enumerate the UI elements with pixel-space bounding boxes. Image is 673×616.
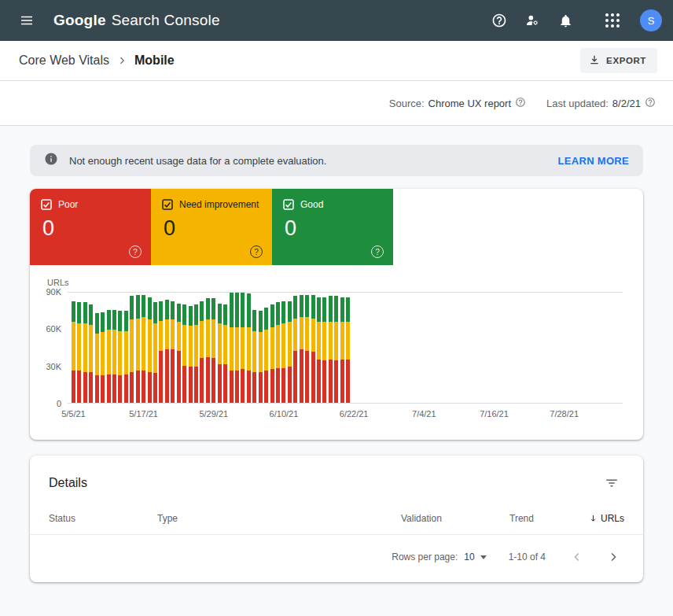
filter-icon[interactable] — [599, 470, 624, 496]
chart-bar[interactable] — [107, 310, 111, 403]
apps-grid-icon[interactable] — [598, 6, 627, 35]
last-updated-label: Last updated: — [546, 98, 609, 109]
chart-bar[interactable] — [334, 296, 338, 403]
source-label: Source: — [389, 98, 425, 109]
help-icon[interactable]: ? — [129, 245, 142, 258]
chart-bar[interactable] — [230, 293, 234, 403]
chart-bar[interactable] — [112, 310, 116, 403]
pagination-range: 1-10 of 4 — [509, 551, 546, 563]
notifications-bell-icon[interactable] — [550, 6, 580, 35]
report-meta: Source: Chrome UX report Last updated: 8… — [0, 81, 673, 126]
cwv-chart-card: Poor 0 ? Need improvement 0 ? Good 0 ? U… — [30, 189, 643, 440]
help-icon[interactable]: ? — [250, 245, 263, 258]
chart-bar[interactable] — [101, 312, 105, 403]
chart-bar[interactable] — [293, 296, 297, 403]
chart-bar[interactable] — [148, 297, 152, 403]
chart-bar[interactable] — [252, 310, 256, 403]
previous-page-icon[interactable] — [568, 548, 587, 566]
chart-bar[interactable] — [259, 311, 263, 403]
chart-bar[interactable] — [95, 313, 99, 403]
help-icon[interactable]: ? — [371, 245, 384, 258]
help-icon[interactable] — [515, 97, 526, 110]
chevron-right-icon — [117, 56, 127, 65]
y-axis-title: URLs — [47, 278, 623, 287]
page-title: Mobile — [134, 53, 175, 68]
chart-bar[interactable] — [165, 300, 169, 403]
column-validation[interactable]: Validation — [401, 513, 509, 524]
details-title: Details — [49, 476, 87, 490]
urls-trend-chart: URLs 030K60K90K 5/5/215/17/215/29/216/10… — [30, 265, 643, 440]
help-icon[interactable] — [645, 97, 656, 110]
chart-bar[interactable] — [276, 302, 280, 403]
chart-bar[interactable] — [305, 295, 309, 403]
info-icon — [44, 152, 58, 169]
x-axis-ticks: 5/5/215/17/215/29/216/10/216/22/217/4/21… — [68, 404, 623, 419]
chart-bar[interactable] — [211, 298, 215, 403]
chart-bar[interactable] — [72, 301, 75, 403]
sort-descending-icon — [588, 514, 598, 524]
chart-bar[interactable] — [264, 308, 268, 403]
chart-bar[interactable] — [223, 304, 227, 403]
chart-bar[interactable] — [142, 295, 145, 403]
chart-bar[interactable] — [177, 304, 181, 403]
chart-bar[interactable] — [77, 302, 81, 403]
chart-bar[interactable] — [130, 296, 134, 403]
checkbox-checked-icon — [41, 199, 52, 210]
caret-down-icon — [480, 555, 487, 559]
chart-bar[interactable] — [311, 295, 315, 403]
chart-bar[interactable] — [340, 297, 344, 403]
tile-need-improvement[interactable]: Need improvement 0 ? — [151, 189, 272, 265]
chart-bar[interactable] — [247, 293, 251, 403]
column-type[interactable]: Type — [157, 513, 401, 524]
chart-bar[interactable] — [89, 304, 93, 403]
chart-bar[interactable] — [317, 297, 321, 403]
chart-bar[interactable] — [281, 301, 285, 403]
export-button[interactable]: EXPORT — [580, 48, 657, 73]
chart-bar[interactable] — [300, 295, 303, 403]
chart-bar[interactable] — [194, 304, 198, 403]
checkbox-checked-icon — [283, 199, 294, 210]
chart-bar[interactable] — [83, 302, 87, 403]
app-logo[interactable]: Google Search Console — [53, 12, 220, 29]
chart-bar[interactable] — [124, 311, 128, 403]
chart-bar[interactable] — [288, 301, 292, 403]
chart-bar[interactable] — [346, 297, 350, 403]
chart-bar[interactable] — [159, 301, 163, 403]
chart-bar[interactable] — [322, 297, 326, 403]
tile-poor[interactable]: Poor 0 ? — [30, 189, 151, 265]
next-page-icon[interactable] — [604, 548, 623, 566]
learn-more-link[interactable]: LEARN MORE — [558, 155, 629, 167]
chart-bar[interactable] — [241, 293, 245, 403]
chart-bar[interactable] — [136, 295, 140, 403]
checkbox-checked-icon — [162, 199, 173, 210]
help-icon[interactable] — [484, 6, 514, 35]
chart-bar[interactable] — [200, 301, 204, 403]
tile-label: Poor — [58, 199, 78, 210]
user-settings-icon[interactable] — [517, 6, 547, 35]
column-urls[interactable]: URLs — [588, 513, 624, 524]
source-value: Chrome UX report — [428, 98, 511, 109]
chart-bar[interactable] — [235, 293, 239, 403]
last-updated-meta: Last updated: 8/2/21 — [546, 97, 656, 110]
chart-bar[interactable] — [189, 306, 193, 403]
column-trend[interactable]: Trend — [509, 513, 588, 524]
hamburger-menu-icon[interactable] — [11, 5, 42, 36]
avatar-letter: S — [648, 15, 655, 27]
chart-bar[interactable] — [153, 302, 157, 403]
breadcrumb-section[interactable]: Core Web Vitals — [19, 53, 109, 68]
chart-bar[interactable] — [206, 298, 210, 403]
avatar[interactable]: S — [640, 9, 662, 31]
chart-bar[interactable] — [118, 311, 122, 403]
info-banner: Not enough recent usage data for a compl… — [30, 145, 643, 176]
chart-bar[interactable] — [329, 296, 333, 403]
chart-bar[interactable] — [182, 304, 186, 403]
column-status[interactable]: Status — [49, 513, 157, 524]
rows-per-page-select[interactable]: 10 — [464, 551, 486, 563]
details-card: Details Status Type Validation Trend URL… — [30, 456, 643, 582]
chart-bar[interactable] — [270, 304, 274, 403]
chart-bar[interactable] — [171, 301, 175, 403]
last-updated-value: 8/2/21 — [612, 98, 641, 109]
tile-good[interactable]: Good 0 ? — [272, 189, 393, 265]
grid-dots — [605, 13, 620, 28]
chart-bar[interactable] — [218, 304, 222, 403]
